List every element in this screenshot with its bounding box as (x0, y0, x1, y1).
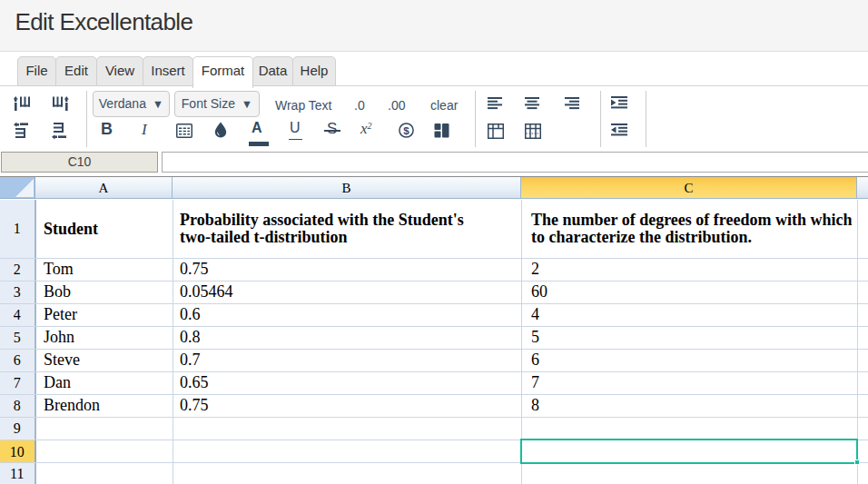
svg-text:$: $ (403, 125, 409, 136)
